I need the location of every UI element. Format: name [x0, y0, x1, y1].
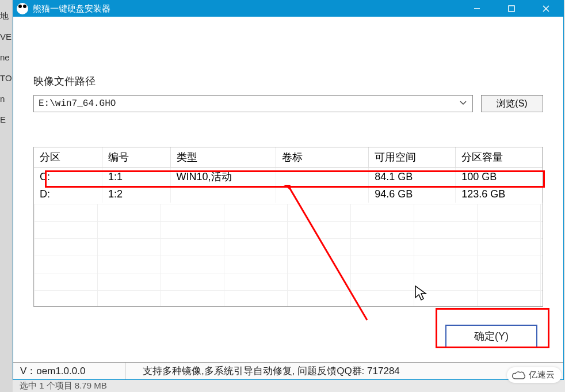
- titlebar: 熊猫一键硬盘安装器: [13, 1, 563, 17]
- panda-icon: [17, 3, 28, 14]
- partition-table: 分区 编号 类型 卷标 可用空间 分区容量 C: 1:1 WIN10,活动 8: [34, 147, 543, 203]
- minimize-button[interactable]: [460, 1, 494, 17]
- close-button[interactable]: [529, 1, 563, 17]
- cloud-icon: [511, 370, 525, 380]
- svg-rect-1: [509, 6, 514, 12]
- image-path-combobox[interactable]: E:\win7_64.GHO: [33, 95, 473, 112]
- header-partition[interactable]: 分区: [34, 147, 102, 168]
- partition-table-wrap: 分区 编号 类型 卷标 可用空间 分区容量 C: 1:1 WIN10,活动 8: [33, 147, 543, 307]
- content-area: 映像文件路径 E:\win7_64.GHO 浏览(S) 分区 编号 类型: [13, 17, 563, 362]
- background-left-strip: 地 VE ne TO n E: [0, 0, 13, 392]
- window-title: 熊猫一键硬盘安装器: [33, 3, 460, 14]
- ok-button[interactable]: 确定(Y): [445, 325, 537, 348]
- installer-window: 熊猫一键硬盘安装器 映像文件路径 E:\win7_64.GHO 浏览(S): [13, 0, 564, 380]
- background-bottom-strip: 选中 1 个项目 8.79 MB: [13, 380, 564, 392]
- header-capacity[interactable]: 分区容量: [456, 147, 543, 168]
- browse-button[interactable]: 浏览(S): [481, 95, 543, 112]
- header-type[interactable]: 类型: [170, 147, 276, 168]
- header-number[interactable]: 编号: [102, 147, 171, 168]
- table-row[interactable]: C: 1:1 WIN10,活动 84.1 GB 100 GB: [34, 168, 543, 187]
- image-path-row: E:\win7_64.GHO 浏览(S): [33, 95, 543, 112]
- header-free[interactable]: 可用空间: [369, 147, 456, 168]
- image-path-value: E:\win7_64.GHO: [39, 98, 116, 109]
- image-path-label: 映像文件路径: [33, 74, 543, 88]
- statusbar: V：oem1.0.0.0 支持多种镜像,多系统引导自动修复, 问题反馈QQ群: …: [13, 362, 563, 379]
- window-controls: [460, 1, 563, 17]
- maximize-button[interactable]: [494, 1, 529, 17]
- status-message: 支持多种镜像,多系统引导自动修复, 问题反馈QQ群: 717284: [125, 364, 400, 378]
- table-header-row: 分区 编号 类型 卷标 可用空间 分区容量: [34, 147, 543, 168]
- status-version: V：oem1.0.0.0: [13, 363, 125, 379]
- watermark-badge: 亿速云: [507, 367, 562, 383]
- watermark-text: 亿速云: [529, 370, 555, 380]
- header-volume[interactable]: 卷标: [276, 147, 369, 168]
- chevron-down-icon: [459, 98, 468, 110]
- table-row[interactable]: D: 1:2 94.6 GB 123.6 GB: [34, 186, 543, 203]
- table-gridlines: [34, 204, 543, 306]
